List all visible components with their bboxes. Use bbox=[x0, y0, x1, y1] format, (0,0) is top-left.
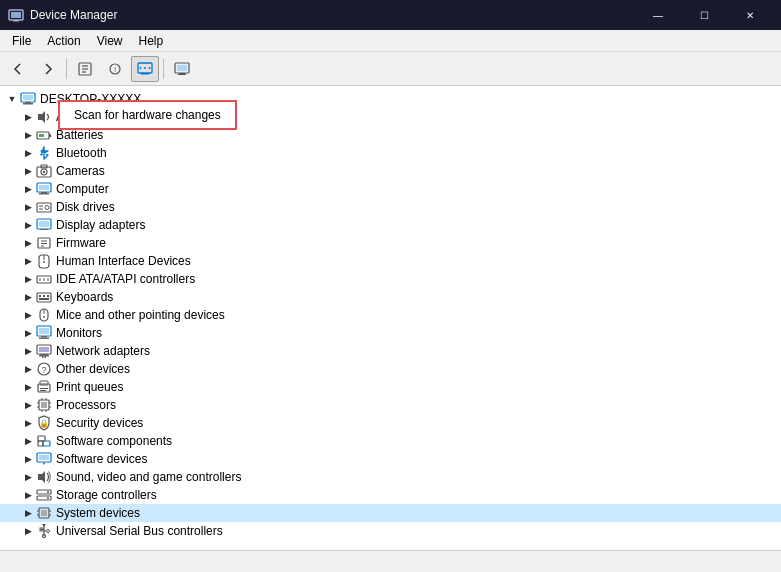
tree-item-storage[interactable]: ▶ Storage controllers bbox=[0, 486, 781, 504]
close-button[interactable]: ✕ bbox=[727, 0, 773, 30]
toolbar-update-button[interactable]: ! bbox=[101, 56, 129, 82]
svg-rect-77 bbox=[41, 402, 47, 408]
tree-item-softdev[interactable]: ▶ Software devices bbox=[0, 450, 781, 468]
svg-marker-22 bbox=[38, 111, 45, 123]
bluetooth-expander[interactable]: ▶ bbox=[20, 145, 36, 161]
toolbar-properties-button[interactable] bbox=[71, 56, 99, 82]
root-expander[interactable]: ▼ bbox=[4, 91, 20, 107]
cameras-expander[interactable]: ▶ bbox=[20, 163, 36, 179]
tree-item-other[interactable]: ▶ ? Other devices bbox=[0, 360, 781, 378]
tree-item-network[interactable]: ▶ Network adapters bbox=[0, 342, 781, 360]
svg-rect-49 bbox=[39, 278, 41, 281]
toolbar-separator-1 bbox=[66, 59, 67, 79]
processors-expander[interactable]: ▶ bbox=[20, 397, 36, 413]
sound-expander[interactable]: ▶ bbox=[20, 469, 36, 485]
toolbar-monitor-button[interactable] bbox=[168, 56, 196, 82]
softcomp-label: Software components bbox=[56, 434, 172, 448]
disk-expander[interactable]: ▶ bbox=[20, 199, 36, 215]
tree-item-softcomp[interactable]: ▶ Software components bbox=[0, 432, 781, 450]
menu-file[interactable]: File bbox=[4, 32, 39, 50]
sound-icon bbox=[36, 469, 52, 485]
tree-item-print[interactable]: ▶ Print queues bbox=[0, 378, 781, 396]
device-tree[interactable]: Scan for hardware changes ▼ DESKTOP-XXXX… bbox=[0, 86, 781, 550]
display-expander[interactable]: ▶ bbox=[20, 217, 36, 233]
print-expander[interactable]: ▶ bbox=[20, 379, 36, 395]
svg-point-97 bbox=[47, 497, 49, 499]
tree-item-mice[interactable]: ▶ Mice and other pointing devices bbox=[0, 306, 781, 324]
print-label: Print queues bbox=[56, 380, 123, 394]
minimize-button[interactable]: — bbox=[635, 0, 681, 30]
tree-item-firmware[interactable]: ▶ Firmware bbox=[0, 234, 781, 252]
mice-label: Mice and other pointing devices bbox=[56, 308, 225, 322]
hid-expander[interactable]: ▶ bbox=[20, 253, 36, 269]
svg-rect-51 bbox=[47, 278, 49, 281]
keyboards-expander[interactable]: ▶ bbox=[20, 289, 36, 305]
tree-item-ide[interactable]: ▶ IDE ATA/ATAPI controllers bbox=[0, 270, 781, 288]
tree-item-computer[interactable]: ▶ Computer bbox=[0, 180, 781, 198]
svg-rect-19 bbox=[23, 95, 33, 100]
usb-label: Universal Serial Bus controllers bbox=[56, 524, 223, 538]
toolbar: ! bbox=[0, 52, 781, 86]
toolbar-scan-button[interactable] bbox=[131, 56, 159, 82]
audio-label: A... bbox=[56, 110, 74, 124]
softdev-label: Software devices bbox=[56, 452, 147, 466]
tree-item-system[interactable]: ▶ System devices bbox=[0, 504, 781, 522]
softdev-expander[interactable]: ▶ bbox=[20, 451, 36, 467]
bluetooth-icon bbox=[36, 145, 52, 161]
tree-item-display[interactable]: ▶ Display adapters bbox=[0, 216, 781, 234]
tree-item-processors[interactable]: ▶ Processors bbox=[0, 396, 781, 414]
svg-rect-16 bbox=[179, 73, 185, 74]
ide-icon bbox=[36, 271, 52, 287]
toolbar-back-button[interactable] bbox=[4, 56, 32, 82]
svg-point-12 bbox=[149, 67, 151, 69]
menu-view[interactable]: View bbox=[89, 32, 131, 50]
toolbar-forward-button[interactable] bbox=[34, 56, 62, 82]
tree-item-bluetooth[interactable]: ▶ Bluetooth bbox=[0, 144, 781, 162]
svg-point-92 bbox=[43, 463, 45, 465]
computer-expander[interactable]: ▶ bbox=[20, 181, 36, 197]
storage-expander[interactable]: ▶ bbox=[20, 487, 36, 503]
tree-item-keyboards[interactable]: ▶ Keyboards bbox=[0, 288, 781, 306]
security-expander[interactable]: ▶ bbox=[20, 415, 36, 431]
title-bar: Device Manager — ☐ ✕ bbox=[0, 0, 781, 30]
tree-item-hid[interactable]: ▶ Human Interface Devices bbox=[0, 252, 781, 270]
system-expander[interactable]: ▶ bbox=[20, 505, 36, 521]
other-label: Other devices bbox=[56, 362, 130, 376]
tree-item-batteries[interactable]: ▶ Batteries bbox=[0, 126, 781, 144]
other-expander[interactable]: ▶ bbox=[20, 361, 36, 377]
softcomp-expander[interactable]: ▶ bbox=[20, 433, 36, 449]
svg-rect-88 bbox=[43, 441, 50, 446]
svg-rect-54 bbox=[43, 295, 45, 297]
ide-expander[interactable]: ▶ bbox=[20, 271, 36, 287]
security-label: Security devices bbox=[56, 416, 143, 430]
firmware-expander[interactable]: ▶ bbox=[20, 235, 36, 251]
mice-icon bbox=[36, 307, 52, 323]
mice-expander[interactable]: ▶ bbox=[20, 307, 36, 323]
usb-expander[interactable]: ▶ bbox=[20, 523, 36, 539]
svg-point-10 bbox=[140, 67, 142, 69]
tree-item-sound[interactable]: ▶ Sound, video and game controllers bbox=[0, 468, 781, 486]
svg-rect-87 bbox=[38, 436, 45, 441]
svg-rect-17 bbox=[178, 74, 186, 75]
tree-item-cameras[interactable]: ▶ Cameras bbox=[0, 162, 781, 180]
batteries-expander[interactable]: ▶ bbox=[20, 127, 36, 143]
tree-item-disk[interactable]: ▶ Disk drives bbox=[0, 198, 781, 216]
usb-icon bbox=[36, 523, 52, 539]
svg-rect-61 bbox=[39, 328, 49, 334]
svg-point-107 bbox=[47, 530, 50, 533]
svg-point-28 bbox=[43, 171, 45, 173]
audio-expander[interactable]: ▶ bbox=[20, 109, 36, 125]
tree-item-usb[interactable]: ▶ Universal Serial Bus controllers bbox=[0, 522, 781, 540]
tree-item-audio[interactable]: ▶ A... bbox=[0, 108, 781, 126]
cameras-label: Cameras bbox=[56, 164, 105, 178]
maximize-button[interactable]: ☐ bbox=[681, 0, 727, 30]
tree-item-security[interactable]: ▶ 🔒 Security devices bbox=[0, 414, 781, 432]
monitors-expander[interactable]: ▶ bbox=[20, 325, 36, 341]
toolbar-separator-2 bbox=[163, 59, 164, 79]
network-expander[interactable]: ▶ bbox=[20, 343, 36, 359]
tree-root[interactable]: ▼ DESKTOP-XXXXX bbox=[0, 90, 781, 108]
menu-action[interactable]: Action bbox=[39, 32, 88, 50]
menu-help[interactable]: Help bbox=[131, 32, 172, 50]
svg-rect-31 bbox=[39, 185, 49, 190]
tree-item-monitors[interactable]: ▶ Monitors bbox=[0, 324, 781, 342]
